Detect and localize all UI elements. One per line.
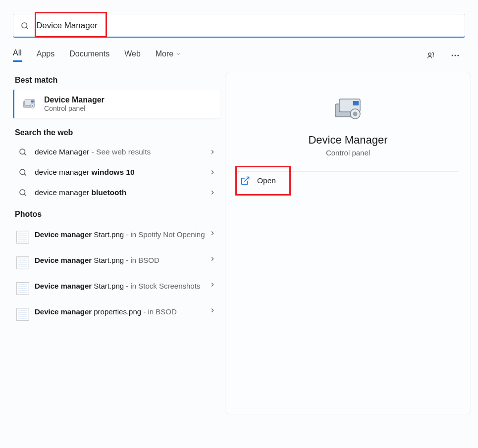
device-manager-icon bbox=[21, 96, 37, 112]
svg-rect-20 bbox=[353, 101, 359, 105]
photo-location: - in Stock Screenshots bbox=[124, 282, 200, 290]
photo-result-item[interactable]: Device manager properties.png - in BSOD bbox=[13, 301, 220, 327]
photo-location: - in BSOD bbox=[124, 256, 159, 264]
tab-more[interactable]: More bbox=[156, 50, 181, 61]
svg-point-3 bbox=[433, 55, 433, 56]
chevron-right-icon bbox=[209, 189, 216, 196]
photo-result-item[interactable]: Device manager Start.png - in Stock Scre… bbox=[13, 275, 220, 301]
open-external-icon bbox=[240, 176, 250, 186]
section-best-match: Best match bbox=[15, 76, 220, 85]
svg-point-14 bbox=[20, 169, 25, 175]
best-match-subtitle: Control panel bbox=[44, 104, 105, 112]
preview-pane: Device Manager Control panel Open bbox=[225, 73, 471, 414]
photo-bold: Device manager bbox=[35, 307, 92, 316]
web-result-bold: bluetooth bbox=[92, 188, 127, 197]
web-result-text: device Manager bbox=[35, 148, 89, 156]
svg-point-4 bbox=[452, 54, 453, 56]
image-thumbnail-icon bbox=[16, 231, 29, 244]
web-result-item[interactable]: device manager windows 10 bbox=[13, 162, 220, 183]
svg-point-2 bbox=[428, 52, 431, 55]
photo-filename: Start.png bbox=[92, 230, 124, 239]
chevron-right-icon bbox=[209, 255, 216, 262]
svg-point-12 bbox=[20, 149, 25, 154]
web-result-suffix: - See web results bbox=[89, 148, 151, 156]
feedback-icon[interactable] bbox=[426, 50, 436, 60]
search-box[interactable] bbox=[13, 14, 465, 38]
tab-web[interactable]: Web bbox=[124, 50, 141, 61]
svg-line-15 bbox=[24, 174, 26, 176]
filter-tabs-row: All Apps Documents Web More bbox=[13, 49, 465, 62]
best-match-item[interactable]: Device Manager Control panel bbox=[13, 90, 220, 118]
svg-point-11 bbox=[32, 105, 34, 107]
search-icon bbox=[18, 168, 27, 177]
svg-point-0 bbox=[22, 23, 27, 28]
web-result-text: device manager bbox=[35, 168, 92, 176]
device-manager-icon bbox=[330, 93, 366, 125]
svg-line-13 bbox=[24, 154, 26, 155]
photo-location: - in BSOD bbox=[141, 307, 177, 316]
preview-subtitle: Control panel bbox=[238, 149, 458, 157]
svg-line-23 bbox=[244, 177, 249, 182]
photo-bold: Device manager bbox=[35, 282, 92, 290]
photo-filename: properties.png bbox=[92, 307, 141, 316]
svg-rect-9 bbox=[31, 100, 34, 102]
photo-bold: Device manager bbox=[35, 256, 92, 264]
photo-bold: Device manager bbox=[35, 230, 92, 239]
svg-line-17 bbox=[24, 195, 26, 196]
photo-filename: Start.png bbox=[92, 282, 124, 290]
photo-filename: Start.png bbox=[92, 256, 124, 264]
tab-all[interactable]: All bbox=[13, 49, 22, 62]
svg-point-6 bbox=[457, 54, 459, 56]
svg-line-1 bbox=[26, 27, 28, 29]
svg-point-22 bbox=[353, 112, 357, 116]
image-thumbnail-icon bbox=[16, 282, 29, 295]
section-web: Search the web bbox=[15, 128, 220, 137]
chevron-right-icon bbox=[209, 281, 216, 288]
search-icon bbox=[20, 21, 29, 30]
open-label: Open bbox=[257, 176, 276, 185]
tab-documents[interactable]: Documents bbox=[69, 50, 109, 61]
tab-apps[interactable]: Apps bbox=[37, 50, 54, 61]
web-result-item[interactable]: device manager bluetooth bbox=[13, 183, 220, 203]
search-icon bbox=[18, 188, 27, 197]
preview-title: Device Manager bbox=[238, 134, 458, 147]
web-result-bold: windows 10 bbox=[92, 168, 135, 176]
search-input[interactable] bbox=[36, 21, 458, 31]
svg-point-16 bbox=[20, 190, 25, 195]
photo-result-item[interactable]: Device manager Start.png - in BSOD bbox=[13, 249, 220, 275]
image-thumbnail-icon bbox=[16, 308, 29, 321]
photo-location: - in Spotify Not Opening bbox=[124, 230, 205, 239]
search-bar-container bbox=[13, 14, 465, 38]
tab-more-label: More bbox=[156, 50, 173, 58]
svg-point-5 bbox=[455, 54, 456, 56]
image-thumbnail-icon bbox=[16, 256, 29, 269]
section-photos: Photos bbox=[15, 210, 220, 219]
photo-result-item[interactable]: Device manager Start.png - in Spotify No… bbox=[13, 224, 220, 249]
web-result-text: device manager bbox=[35, 188, 92, 197]
web-result-item[interactable]: device Manager - See web results bbox=[13, 142, 220, 162]
chevron-right-icon bbox=[209, 307, 216, 314]
results-column: Best match Device Manager Control panel … bbox=[7, 73, 220, 414]
chevron-right-icon bbox=[209, 149, 216, 155]
best-match-title: Device Manager bbox=[44, 96, 105, 104]
more-options-icon[interactable] bbox=[450, 50, 460, 60]
chevron-down-icon bbox=[175, 51, 181, 57]
search-icon bbox=[18, 148, 27, 156]
open-action[interactable]: Open bbox=[238, 172, 278, 190]
chevron-right-icon bbox=[209, 169, 216, 176]
chevron-right-icon bbox=[209, 230, 216, 237]
